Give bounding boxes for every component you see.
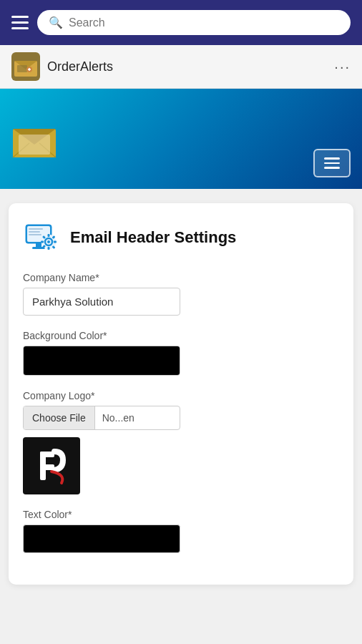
banner <box>0 89 362 189</box>
company-name-input[interactable] <box>23 288 180 316</box>
banner-envelope-icon <box>11 117 62 160</box>
svg-rect-20 <box>41 241 44 243</box>
banner-icon <box>11 117 62 160</box>
svg-rect-27 <box>29 231 40 233</box>
settings-icon <box>23 220 60 255</box>
search-bar[interactable]: 🔍 <box>37 10 351 35</box>
svg-rect-18 <box>48 234 50 237</box>
settings-card: Email Header Settings Company Name* Back… <box>9 203 353 585</box>
file-name-display: No...en <box>95 406 142 429</box>
svg-rect-26 <box>29 228 43 230</box>
logo-preview-svg <box>30 444 73 487</box>
svg-rect-21 <box>54 241 57 243</box>
more-options-icon[interactable]: ··· <box>334 59 351 75</box>
background-color-label: Background Color* <box>23 330 339 341</box>
app-icon-svg <box>13 55 39 78</box>
company-name-label: Company Name* <box>23 272 339 283</box>
text-color-label: Text Color* <box>23 509 339 520</box>
svg-rect-2 <box>17 65 27 72</box>
app-header: OrderAlerts ··· <box>0 45 362 89</box>
top-navigation: 🔍 <box>0 0 362 45</box>
text-color-display[interactable] <box>23 525 180 553</box>
svg-point-17 <box>47 240 50 243</box>
company-logo-label: Company Logo* <box>23 390 339 401</box>
hamburger-menu-button[interactable] <box>11 16 29 29</box>
logo-preview <box>23 437 80 494</box>
background-color-display[interactable] <box>24 346 180 375</box>
search-icon: 🔍 <box>49 16 63 29</box>
company-logo-group: Company Logo* Choose File No...en <box>23 390 339 494</box>
company-name-group: Company Name* <box>23 272 339 316</box>
svg-rect-28 <box>29 234 41 235</box>
background-color-input-wrapper[interactable] <box>23 346 180 376</box>
banner-menu-button[interactable] <box>313 149 351 177</box>
card-header: Email Header Settings <box>23 220 339 255</box>
app-title: OrderAlerts <box>47 59 334 74</box>
text-color-group: Text Color* <box>23 509 339 553</box>
app-icon <box>11 52 40 81</box>
card-title: Email Header Settings <box>70 228 236 247</box>
file-input-row: Choose File No...en <box>23 406 180 430</box>
svg-rect-10 <box>19 135 50 155</box>
svg-rect-19 <box>48 247 50 250</box>
search-input[interactable] <box>69 16 339 29</box>
background-color-group: Background Color* <box>23 330 339 376</box>
content-area: Email Header Settings Company Name* Back… <box>0 189 362 599</box>
choose-file-button[interactable]: Choose File <box>24 406 95 429</box>
